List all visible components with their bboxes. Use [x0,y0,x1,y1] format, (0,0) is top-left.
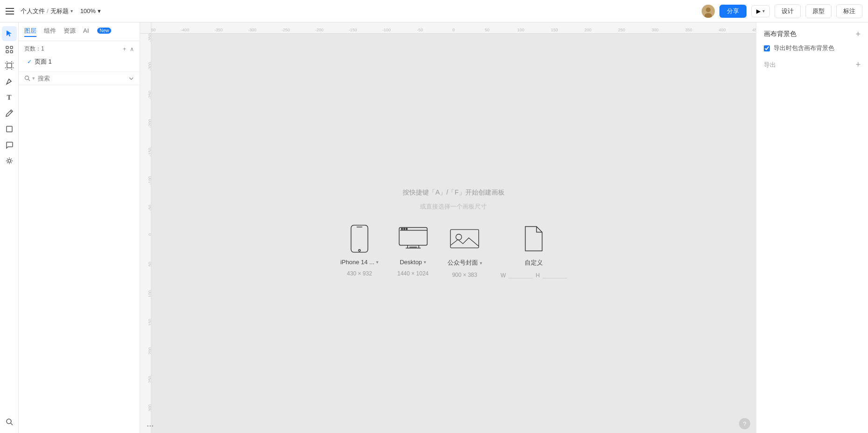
custom-h-label: H [536,272,540,278]
search-input[interactable] [38,75,127,82]
shape-tool[interactable] [2,122,17,137]
tab-components[interactable]: 组件 [44,27,56,37]
export-add-icon[interactable]: + [855,60,861,70]
breadcrumb: 个人文件 / 无标题 ▾ [21,7,73,15]
bottom-bar-left: ··· [144,419,157,433]
ruler-h-tick--100: -100 [382,28,391,32]
canvas-area[interactable]: -450-400-350-300-250-200-150-100-5005010… [140,22,756,433]
grid-tool[interactable] [2,42,17,57]
search-dropdown-icon[interactable]: ▾ [32,75,35,81]
ruler-v-tick--350: -350 [148,34,151,42]
ruler-h-tick--400: -400 [181,28,189,32]
tab-ai[interactable]: AI [83,27,89,36]
export-section: 导出 + [764,60,861,70]
pages-count: 页数：1 [24,45,44,53]
ruler-h-tick-100: 100 [517,28,524,32]
pencil-tool[interactable] [2,106,17,121]
svg-line-17 [9,79,11,81]
ruler-vertical: -350-300-250-200-150-100-500501001502002… [140,34,151,433]
ruler-v-tick-150: 150 [148,319,151,326]
template-desktop-icon [398,224,428,254]
topbar: 个人文件 / 无标题 ▾ 100% ▾ 分享 ▶ ▾ 设计 原型 标注 [0,0,868,22]
move-tool[interactable] [2,26,17,41]
search-expand-icon[interactable] [128,76,134,81]
page-checkmark: ✓ [27,58,32,65]
three-dots-button[interactable]: ··· [144,419,157,433]
template-custom[interactable]: 自定义 W H [501,224,567,279]
page-name: 页面 1 [35,58,52,66]
svg-point-32 [406,228,407,230]
search-bar-icon [24,75,30,81]
pen-tool[interactable] [2,74,17,89]
ruler-v-tick-0: 0 [148,233,151,236]
svg-point-38 [456,234,462,240]
topbar-right: 分享 ▶ ▾ 设计 原型 标注 [702,4,862,18]
text-tool[interactable]: T [2,90,17,105]
canvas-center: 按快捷键「A」/「F」开始创建画板 或直接选择一个画板尺寸 [340,188,567,279]
breadcrumb-title[interactable]: 无标题 ▾ [50,7,73,15]
ruler-v-tick--250: -250 [148,91,151,99]
main-area: T [0,22,868,433]
pages-add-icon[interactable]: + [123,46,126,52]
zoom-control[interactable]: 100% ▾ [80,7,101,14]
search-bar: ▾ [19,72,140,85]
template-desktop[interactable]: Desktop ▾ 1440 × 1024 [397,224,428,279]
svg-rect-25 [351,225,368,253]
menu-button[interactable] [6,6,17,17]
canvas-hint-sub: 或直接选择一个画板尺寸 [420,202,487,211]
right-panel: 画布背景色 + 导出时包含画布背景色 导出 + [756,22,868,433]
tab-prototype-button[interactable]: 原型 [805,4,832,18]
ruler-v-tick-200: 200 [148,347,151,354]
play-icon: ▶ [756,8,761,14]
export-bg-checkbox[interactable] [764,45,770,51]
ruler-h-tick-50: 50 [485,28,490,32]
ruler-h-tick-400: 400 [719,28,726,32]
svg-rect-6 [6,51,8,53]
comment-tool[interactable] [2,137,17,152]
custom-size-inputs: W H [501,272,567,279]
play-arrow-icon: ▾ [762,8,765,14]
svg-rect-37 [450,230,478,248]
plugin-tool[interactable] [2,153,17,168]
svg-point-20 [8,159,11,162]
canvas-bg-add-icon[interactable]: + [855,30,861,38]
play-button[interactable]: ▶ ▾ [751,5,770,17]
template-desktop-size: 1440 × 1024 [397,270,428,277]
left-toolbar: T [0,22,19,433]
svg-rect-7 [10,51,13,53]
svg-point-31 [403,228,405,230]
pages-collapse-icon[interactable]: ∧ [130,46,134,52]
template-wechat-label: 公众号封面 ▾ [448,259,482,267]
ruler-h-tick--250: -250 [282,28,290,32]
tab-assets[interactable]: 资源 [64,27,76,37]
custom-w-input[interactable] [509,272,533,279]
template-custom-icon [519,224,549,254]
new-badge: New [97,28,111,34]
export-include-bg-checkbox-row: 导出时包含画布背景色 [764,44,861,52]
panel-tabs: 图层 组件 资源 AI New [19,22,140,41]
ruler-v-tick--200: -200 [148,119,151,128]
ruler-h-tick-0: 0 [452,28,455,32]
template-iphone[interactable]: iPhone 14 ... ▾ 430 × 932 [340,224,378,279]
tab-design-button[interactable]: 设计 [775,4,801,18]
custom-w-label: W [501,272,506,278]
avatar[interactable] [702,5,715,18]
custom-h-input[interactable] [543,272,567,279]
frame-tool[interactable] [2,58,17,73]
pages-header-actions: + ∧ [123,46,134,52]
ruler-h-tick--50: -50 [417,28,423,32]
canvas-content: 按快捷键「A」/「F」开始创建画板 或直接选择一个画板尺寸 [151,34,756,433]
search-tool[interactable] [2,414,17,429]
ruler-h-tick--200: -200 [315,28,323,32]
tab-new[interactable]: New [96,28,111,36]
file-title: 无标题 [50,7,69,15]
tab-annotation-button[interactable]: 标注 [836,4,862,18]
template-wechat[interactable]: 公众号封面 ▾ 900 × 383 [448,224,482,279]
bottom-bar: ··· [140,418,756,433]
page-item[interactable]: ✓ 页面 1 [24,56,134,68]
export-bg-label: 导出时包含画布背景色 [774,44,834,52]
share-button[interactable]: 分享 [719,5,747,18]
svg-point-1 [706,7,711,12]
tab-layers[interactable]: 图层 [24,27,36,37]
svg-line-22 [11,423,13,425]
